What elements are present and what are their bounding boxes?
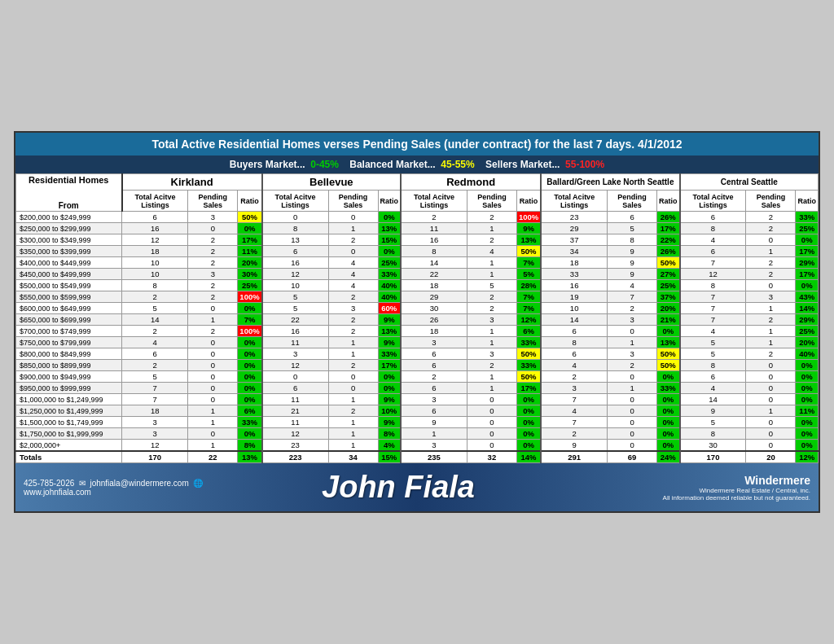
table-row: $450,000 to $499,999 10 3 30% 12 4 33% 2… bbox=[16, 269, 819, 280]
table-row: $850,000 to $899,999 2 0 0% 12 2 17% 6 2… bbox=[16, 360, 819, 371]
table-row: $400,000 to $449,999 10 2 20% 16 4 25% 1… bbox=[16, 257, 819, 269]
header-title: Total Active Residential Homes verses Pe… bbox=[15, 133, 819, 156]
range-cell: $2,000,000+ bbox=[16, 440, 122, 452]
n-total-header: Total Acitve Listings bbox=[541, 191, 607, 212]
range-cell: $450,000 to $499,999 bbox=[16, 269, 122, 280]
table-row: $750,000 to $799,999 4 0 0% 11 1 9% 3 1 … bbox=[16, 337, 819, 348]
table-row: $1,750,000 to $1,999,999 3 0 0% 12 1 8% … bbox=[16, 428, 819, 440]
k-total-header: Total Acitve Listings bbox=[122, 191, 188, 212]
range-cell: $850,000 to $899,999 bbox=[16, 360, 122, 371]
n-pending-header: Pending Sales bbox=[608, 191, 657, 212]
title-text: Total Active Residential Homes verses Pe… bbox=[151, 138, 682, 151]
range-cell: $200,000 to $249,999 bbox=[16, 212, 122, 223]
footer-contact: 425-785-2026 ✉ johnfiala@windermere.com … bbox=[24, 479, 211, 497]
table-row: $1,000,000 to $1,249,999 7 0 0% 11 1 9% … bbox=[16, 394, 819, 405]
range-cell: $1,250,000 to $1,499,999 bbox=[16, 405, 122, 417]
table-row: $1,250,000 to $1,499,999 18 1 6% 21 2 10… bbox=[16, 405, 819, 417]
r-total-header: Total Acitve Listings bbox=[401, 191, 467, 212]
central-header: Central Seattle bbox=[680, 174, 819, 191]
bellevue-header: Bellevue bbox=[262, 174, 401, 191]
range-cell: $250,000 to $299,999 bbox=[16, 223, 122, 234]
table-row: $350,000 to $399,999 18 2 11% 6 0 0% 8 4… bbox=[16, 246, 819, 257]
sellers-label: Sellers Market... bbox=[485, 159, 560, 170]
range-cell: $350,000 to $399,999 bbox=[16, 246, 122, 257]
footer: 425-785-2026 ✉ johnfiala@windermere.com … bbox=[15, 463, 819, 511]
redmond-header: Redmond bbox=[401, 174, 541, 191]
table-row: $800,000 to $849,999 6 0 0% 3 1 33% 6 3 … bbox=[16, 348, 819, 360]
balanced-label: Balanced Market... bbox=[349, 159, 435, 170]
table-row: $2,000,000+ 12 1 8% 23 1 4% 3 0 0% 9 0 0… bbox=[16, 440, 819, 452]
range-cell: $500,000 to $549,999 bbox=[16, 280, 122, 291]
table-row: $650,000 to $699,999 14 1 7% 22 2 9% 26 … bbox=[16, 314, 819, 326]
table-row: $1,500,000 to $1,749,999 3 1 33% 11 1 9%… bbox=[16, 417, 819, 428]
buyers-label: Buyers Market... bbox=[230, 159, 305, 170]
table-row: $600,000 to $649,999 5 0 0% 5 3 60% 30 2… bbox=[16, 303, 819, 314]
table-row: $250,000 to $299,999 16 0 0% 8 1 13% 11 … bbox=[16, 223, 819, 234]
table-row: $550,000 to $599,999 2 2 100% 5 2 40% 29… bbox=[16, 291, 819, 303]
range-cell: $400,000 to $449,999 bbox=[16, 257, 122, 269]
table-row: $200,000 to $249,999 6 3 50% 0 0 0% 2 2 … bbox=[16, 212, 819, 223]
r-ratio-header: Ratio bbox=[516, 191, 541, 212]
range-cell: $550,000 to $599,999 bbox=[16, 291, 122, 303]
b-total-header: Total Acitve Listings bbox=[262, 191, 328, 212]
k-ratio-header: Ratio bbox=[238, 191, 262, 212]
c-total-header: Total Acitve Listings bbox=[680, 191, 746, 212]
c-ratio-header: Ratio bbox=[796, 191, 819, 212]
range-cell: $650,000 to $699,999 bbox=[16, 314, 122, 326]
range-cell: $300,000 to $349,999 bbox=[16, 234, 122, 246]
page-container: Total Active Residential Homes verses Pe… bbox=[14, 131, 820, 513]
range-cell: $900,000 to $949,999 bbox=[16, 371, 122, 383]
range-cell: $1,750,000 to $1,999,999 bbox=[16, 428, 122, 440]
balanced-range: 45-55% bbox=[441, 159, 474, 170]
table-row: $950,000 to $999,999 7 0 0% 6 0 0% 6 1 1… bbox=[16, 383, 819, 394]
table-row: $900,000 to $949,999 5 0 0% 0 0 0% 2 1 5… bbox=[16, 371, 819, 383]
range-cell: $800,000 to $849,999 bbox=[16, 348, 122, 360]
totals-row: Totals 170 22 13% 223 34 15% 235 32 14% … bbox=[16, 451, 819, 463]
c-pending-header: Pending Sales bbox=[746, 191, 796, 212]
footer-logo: Windermere Windermere Real Estate / Cent… bbox=[586, 474, 810, 502]
range-cell: $1,500,000 to $1,749,999 bbox=[16, 417, 122, 428]
b-pending-header: Pending Sales bbox=[328, 191, 378, 212]
footer-name: John Fiala bbox=[211, 470, 586, 505]
table-row: $500,000 to $549,999 8 2 25% 10 4 40% 18… bbox=[16, 280, 819, 291]
table-row: $300,000 to $349,999 12 2 17% 13 2 15% 1… bbox=[16, 234, 819, 246]
range-cell: $750,000 to $799,999 bbox=[16, 337, 122, 348]
kirkland-header: Kirkland bbox=[122, 174, 262, 191]
from-header: Residential Homes From bbox=[16, 174, 122, 212]
range-cell: $1,000,000 to $1,249,999 bbox=[16, 394, 122, 405]
ballard-header: Ballard/Green Lake North Seattle bbox=[541, 174, 679, 191]
r-pending-header: Pending Sales bbox=[467, 191, 516, 212]
b-ratio-header: Ratio bbox=[378, 191, 401, 212]
totals-label: Totals bbox=[16, 451, 122, 463]
range-cell: $950,000 to $999,999 bbox=[16, 383, 122, 394]
k-pending-header: Pending Sales bbox=[188, 191, 238, 212]
range-cell: $600,000 to $649,999 bbox=[16, 303, 122, 314]
range-cell: $700,000 to $749,999 bbox=[16, 326, 122, 337]
market-bar: Buyers Market... 0-45% Balanced Market..… bbox=[15, 156, 819, 173]
table-row: $700,000 to $749,999 2 2 100% 16 2 13% 1… bbox=[16, 326, 819, 337]
sellers-range: 55-100% bbox=[565, 159, 604, 170]
n-ratio-header: Ratio bbox=[657, 191, 680, 212]
buyers-range: 0-45% bbox=[310, 159, 339, 170]
main-table: Residential Homes From Kirkland Bellevue… bbox=[15, 173, 819, 463]
